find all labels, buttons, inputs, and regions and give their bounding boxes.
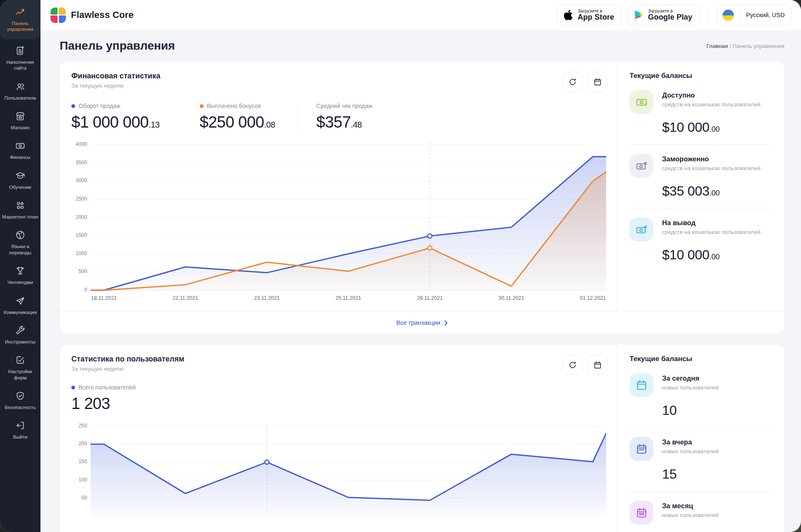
badge-caption: Загрузите в xyxy=(577,8,614,13)
brand-name: Flawless Core xyxy=(71,10,134,20)
sidebar-item-label: Безопасность xyxy=(5,404,36,410)
panel-divider xyxy=(630,208,772,208)
chart-plot xyxy=(91,424,606,517)
y-axis-tick: 100 xyxy=(71,477,87,483)
balance-item-yesterday: За вчера новых пользователей 15 xyxy=(630,437,772,482)
y-axis-tick: 500 xyxy=(71,269,87,274)
sidebar-item-marketing-plan[interactable]: Маркетинг-план xyxy=(0,196,40,225)
logout-icon xyxy=(15,420,25,431)
finance-balances-panel: Текущие балансы Доступно средств на коше… xyxy=(617,62,784,311)
balance-item-available: Доступно средств на кошельках пользовате… xyxy=(630,90,772,135)
card-subtitle: За текущую неделю xyxy=(71,366,184,372)
sidebar-item-label: Настройки форм xyxy=(2,369,39,381)
calendar-button[interactable] xyxy=(587,72,607,92)
brand-logo[interactable]: Flawless Core xyxy=(50,8,134,23)
sidebar-item-finance[interactable]: Финансы xyxy=(0,136,40,166)
stats-divider xyxy=(297,104,298,131)
sidebar-item-dashboard[interactable]: Панель управления xyxy=(0,0,40,39)
y-axis-tick: 2000 xyxy=(71,214,87,220)
panel-divider xyxy=(630,427,772,428)
y-axis-tick: 50 xyxy=(71,495,87,501)
sidebar-item-security[interactable]: Безопасность xyxy=(0,386,40,416)
y-axis-tick: 1000 xyxy=(71,251,87,256)
user-statistics-card: Статистика по пользователям За текущую н… xyxy=(60,345,784,532)
app-store-badge[interactable]: Загрузите в App Store xyxy=(557,5,621,25)
users-balances-panel: Текущие балансы За сегодня новых пользов… xyxy=(617,345,784,532)
x-axis-label: 18.11.2021 xyxy=(91,295,117,301)
badge-store-name: App Store xyxy=(577,13,614,22)
sidebar-item-label: Магазин xyxy=(11,125,30,130)
badge-caption: Загрузите в xyxy=(648,8,692,13)
language-selector[interactable]: Русский, USD xyxy=(717,5,792,25)
language-flag xyxy=(717,5,740,25)
y-axis-tick: 200 xyxy=(71,441,87,447)
y-axis-tick: 1500 xyxy=(71,232,87,238)
app-window: Панель управления Наполнение сайта Польз… xyxy=(0,0,801,532)
x-axis-label: 25.11.2021 xyxy=(335,295,361,301)
sidebar-item-label: Пользователи xyxy=(4,95,36,101)
series-dot xyxy=(71,104,75,108)
sidebar-item-label: Наполнение сайта xyxy=(2,59,39,71)
x-axis-label: 22.11.2021 xyxy=(173,295,199,301)
sidebar-item-communication[interactable]: Коммуникация xyxy=(0,291,40,321)
sidebar-item-languages[interactable]: Языки и переводы xyxy=(0,225,40,261)
sidebar-item-site-content[interactable]: Наполнение сайта xyxy=(0,41,40,77)
send-icon xyxy=(15,296,25,306)
x-axis-label: 01.12.2021 xyxy=(580,295,606,301)
sidebar-item-tools[interactable]: Инструменты xyxy=(0,321,40,350)
sidebar-item-users[interactable]: Пользователи xyxy=(0,77,40,106)
shield-check-icon xyxy=(15,391,25,402)
balance-item-withdraw: На вывод средств на кошельках пользовате… xyxy=(630,218,772,263)
banknote-withdraw-icon xyxy=(630,218,653,241)
sidebar-item-label: Маркетинг-план xyxy=(2,214,38,220)
google-play-icon xyxy=(633,10,644,20)
refresh-button[interactable] xyxy=(562,355,582,375)
stat-average-check: Средний чек продаж $357.48 xyxy=(316,103,372,131)
sidebar-item-label: Челленджи xyxy=(8,279,33,285)
all-transactions-link[interactable]: Все транзакции xyxy=(396,319,448,326)
sidebar-item-label: Инструменты xyxy=(5,339,35,345)
series-dot xyxy=(71,386,75,389)
card-title: Статистика по пользователям xyxy=(71,355,184,364)
sidebar-item-logout[interactable]: Выйти xyxy=(0,416,40,445)
sidebar-item-challenges[interactable]: Челленджи xyxy=(0,261,40,291)
banknote-available-icon xyxy=(630,90,653,114)
apple-icon xyxy=(563,9,573,21)
sidebar-item-shop[interactable]: Магазин xyxy=(0,106,40,136)
sidebar-item-label: Коммуникация xyxy=(4,309,37,315)
breadcrumb-home-link[interactable]: Главная xyxy=(706,43,728,49)
chart-plot xyxy=(91,142,606,291)
balance-item-month: За месяц новых пользователей 25 xyxy=(630,501,772,532)
series-dot xyxy=(200,104,204,108)
banknote-frozen-icon xyxy=(630,154,653,178)
globe-icon xyxy=(15,230,25,241)
users-icon xyxy=(15,81,25,92)
stat-bonuses-paid: Выплачено бонусов $250 000.08 xyxy=(200,103,275,131)
panel-divider xyxy=(630,491,772,492)
users-chart: 25020015010050 xyxy=(71,424,607,517)
main-content: Панель управления Главная / Панель управ… xyxy=(40,30,801,532)
form-check-icon xyxy=(15,355,25,366)
y-axis-tick: 150 xyxy=(71,459,87,464)
dashboard-chart-icon xyxy=(15,7,25,18)
finance-chart: 4000350030002500200015001000500018.11.20… xyxy=(71,142,607,304)
wrench-icon xyxy=(15,325,25,336)
refresh-button[interactable] xyxy=(562,72,582,92)
google-play-badge[interactable]: Загрузите в Google Play xyxy=(627,5,699,25)
y-axis-tick: 2500 xyxy=(71,196,87,202)
refresh-icon xyxy=(568,361,577,369)
y-axis-tick: 3500 xyxy=(71,160,87,166)
sidebar-item-label: Финансы xyxy=(10,154,30,160)
y-axis-tick: 0 xyxy=(71,287,87,293)
graduation-cap-icon xyxy=(15,171,25,181)
calendar-icon xyxy=(593,361,602,369)
calendar-month-icon xyxy=(630,501,653,524)
sidebar-item-education[interactable]: Обучение xyxy=(0,166,40,196)
sidebar-item-label: Языки и переводы xyxy=(2,243,39,256)
card-title: Финансовая статистика xyxy=(71,72,160,80)
breadcrumb: Главная / Панель управления xyxy=(706,43,784,49)
sidebar-item-form-settings[interactable]: Настройки форм xyxy=(0,350,40,386)
calendar-button[interactable] xyxy=(587,355,607,375)
chevron-right-icon xyxy=(444,320,448,326)
panel-title: Текущие балансы xyxy=(630,72,772,80)
